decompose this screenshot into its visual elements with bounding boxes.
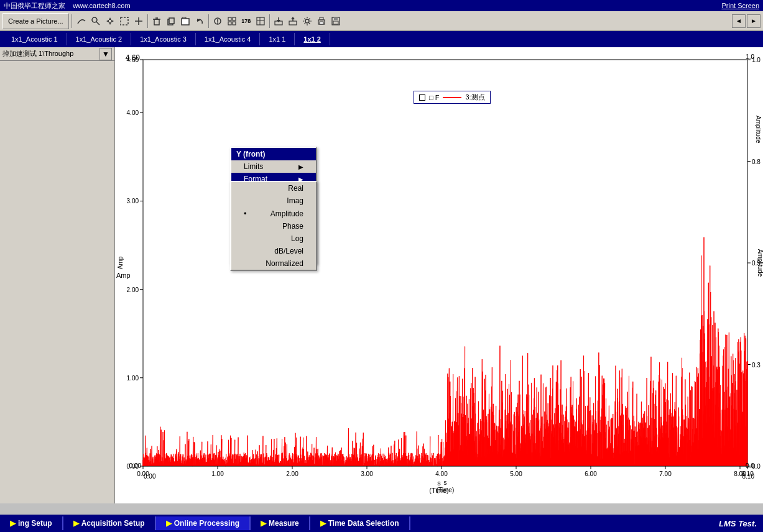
format-imag[interactable]: Imag	[231, 195, 316, 207]
menu-item-limits[interactable]: Limits ▶	[231, 160, 316, 173]
format-submenu: Real Imag • Amplitude Phase Log dB/Level	[230, 181, 317, 271]
svg-marker-5	[111, 20, 114, 22]
save-icon[interactable]	[329, 14, 343, 28]
create-picture-button[interactable]: Create a Picture...	[2, 13, 69, 29]
format-normalized[interactable]: Normalized	[231, 257, 316, 270]
svg-point-19	[217, 22, 218, 24]
toolbar-right: ◄ ►	[732, 14, 761, 28]
add-icon[interactable]	[132, 14, 146, 28]
text-178-icon[interactable]: 178	[239, 14, 253, 28]
y-min-label-left: 0.00	[116, 462, 141, 469]
grid-icon[interactable]	[254, 14, 267, 28]
svg-rect-20	[228, 17, 231, 21]
legend-label-f: □ F	[429, 94, 439, 101]
format-amplitude[interactable]: • Amplitude	[231, 207, 316, 220]
svg-rect-13	[169, 18, 174, 24]
svg-rect-24	[257, 17, 264, 25]
svg-rect-36	[320, 22, 323, 24]
svg-rect-15	[182, 19, 189, 25]
svg-marker-32	[291, 17, 295, 19]
timedata-arrow-icon: ▶	[320, 519, 326, 528]
main-area: 掉加速测试 1\Throughp ▼ 4.60 0.00 1.0 0.0 0.0…	[0, 47, 763, 503]
top-bar: 中国俄毕工程师之家 www.cartech8.com Print Screen	[0, 0, 763, 11]
tab-acoustic-3[interactable]: 1x1_Acoustic 3	[131, 33, 196, 45]
phase-bullet-icon	[244, 222, 252, 231]
svg-rect-39	[333, 21, 338, 24]
toolbar-separator-4	[269, 14, 270, 28]
status-tab-online-processing[interactable]: ▶ Online Processing	[156, 516, 251, 530]
tab-acoustic-1[interactable]: 1x1_Acoustic 1	[2, 33, 67, 45]
acquisition-arrow-icon: ▶	[73, 519, 79, 528]
format-phase[interactable]: Phase	[231, 220, 316, 232]
y-max-label-right: 1.0	[746, 53, 754, 60]
x-axis-title: s (Time)	[429, 479, 448, 494]
real-bullet-icon	[244, 184, 252, 193]
normalized-bullet-icon	[244, 259, 252, 268]
chart-area: 4.60 0.00 1.0 0.0 0.00 8.10 s (Time) Amp…	[115, 47, 763, 503]
status-tab-measure[interactable]: ▶ Measure	[251, 516, 310, 530]
status-tab-time-data[interactable]: ▶ Time Data Selection	[310, 516, 410, 530]
nav-back-btn[interactable]: ◄	[732, 14, 746, 28]
status-bar: ▶ ing Setup ▶ Acquisition Setup ▶ Online…	[0, 515, 763, 532]
tab-acoustic-4[interactable]: 1x1_Acoustic 4	[196, 33, 261, 45]
layout-icon[interactable]	[225, 14, 239, 28]
sidebar-dropdown-area: 掉加速测试 1\Throughp ▼	[0, 47, 114, 61]
copy-icon[interactable]	[164, 14, 178, 28]
svg-rect-30	[289, 21, 297, 25]
x-max-label: 8.10	[742, 473, 754, 480]
status-tab-setup[interactable]: ▶ ing Setup	[0, 516, 63, 530]
left-sidebar: 掉加速测试 1\Throughp ▼	[0, 47, 115, 503]
status-tab-acquisition[interactable]: ▶ Acquisition Setup	[63, 516, 156, 530]
toolbar-icons: 178	[75, 14, 343, 28]
imag-bullet-icon	[244, 196, 252, 205]
format-log[interactable]: Log	[231, 232, 316, 245]
sidebar-path-label: 掉加速测试 1\Throughp	[2, 49, 99, 58]
legend-checkbox[interactable]	[419, 94, 425, 101]
sidebar-dropdown-arrow[interactable]: ▼	[99, 48, 112, 60]
chart-legend: □ F 3:测点	[414, 91, 491, 104]
log-bullet-icon	[244, 234, 252, 243]
curve-icon[interactable]	[75, 14, 88, 28]
export-icon[interactable]	[272, 14, 285, 28]
tab-1x1-1[interactable]: 1x1 1	[260, 33, 295, 45]
y-axis-label-right: Amplitude	[755, 116, 762, 143]
svg-marker-2	[109, 17, 111, 20]
svg-rect-6	[121, 17, 128, 25]
properties-icon[interactable]	[211, 14, 224, 28]
measure-arrow-icon: ▶	[261, 519, 266, 528]
setup-arrow-icon: ▶	[10, 519, 16, 528]
svg-marker-4	[106, 20, 109, 22]
print-screen-btn[interactable]: Print Screen	[721, 2, 759, 9]
format-real[interactable]: Real	[231, 182, 316, 195]
y-min-label-right: 0.0	[746, 462, 754, 469]
svg-point-33	[305, 19, 309, 23]
print-icon[interactable]	[315, 14, 328, 28]
toolbar: Create a Picture...	[0, 11, 763, 31]
limits-arrow-icon: ▶	[298, 163, 303, 170]
svg-rect-35	[320, 17, 323, 20]
amplitude-bullet-icon: •	[244, 209, 252, 218]
toolbar-separator-2	[147, 14, 148, 28]
tab-bar: 1x1_Acoustic 1 1x1_Acoustic 2 1x1_Acoust…	[0, 31, 763, 47]
select-icon[interactable]	[118, 14, 131, 28]
pan-icon[interactable]	[103, 14, 117, 28]
nav-forward-btn[interactable]: ►	[747, 14, 761, 28]
svg-rect-9	[154, 19, 159, 25]
settings-icon[interactable]	[300, 14, 314, 28]
zoom-icon[interactable]	[89, 14, 103, 28]
x-min-label: 0.00	[144, 473, 155, 480]
undo-icon[interactable]	[193, 14, 206, 28]
svg-rect-22	[228, 22, 231, 25]
online-arrow-icon: ▶	[166, 519, 172, 528]
svg-line-1	[96, 22, 99, 25]
format-db-level[interactable]: dB/Level	[231, 245, 316, 257]
tab-acoustic-2[interactable]: 1x1_Acoustic 2	[67, 33, 132, 45]
toolbar-separator-3	[208, 14, 209, 28]
paste-icon[interactable]	[178, 14, 192, 28]
toolbar-separator-1	[72, 14, 72, 28]
delete-icon[interactable]	[150, 14, 164, 28]
svg-rect-23	[233, 22, 236, 25]
import-icon[interactable]	[286, 14, 300, 28]
tab-1x1-2[interactable]: 1x1 2	[295, 33, 330, 45]
svg-rect-38	[334, 17, 338, 20]
